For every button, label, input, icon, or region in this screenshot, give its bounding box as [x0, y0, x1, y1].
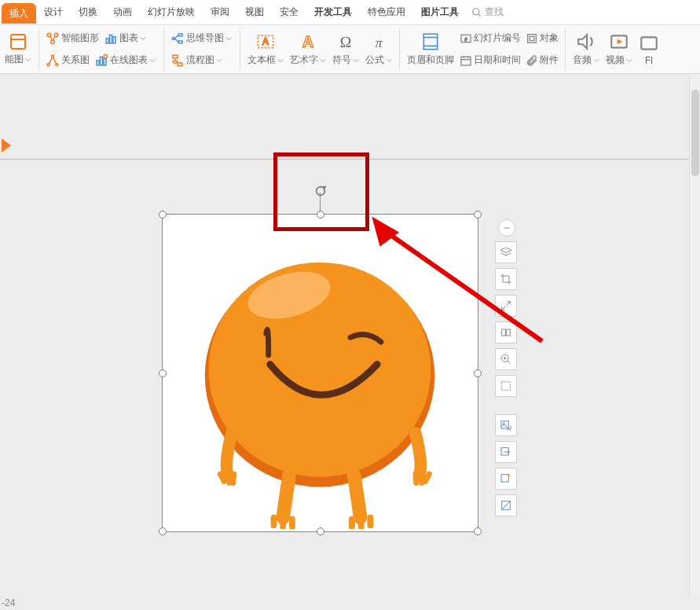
zoom-button[interactable]: [495, 348, 517, 370]
relation-chart-button[interactable]: 关系图: [43, 53, 92, 68]
crop-icon: [500, 273, 512, 285]
tab-special[interactable]: 特色应用: [360, 0, 413, 24]
attachment-button[interactable]: 附件: [523, 53, 561, 67]
wordart-button[interactable]: A 艺术字: [287, 27, 329, 72]
smart-shape-button[interactable]: 能图: [2, 27, 35, 72]
resize-handle-ne[interactable]: [474, 211, 482, 219]
wordart-icon: A: [298, 31, 318, 52]
tab-view[interactable]: 视图: [237, 0, 272, 24]
tab-label: 图片工具: [421, 6, 459, 19]
chevron-down-icon: [277, 57, 284, 64]
svg-rect-19: [104, 58, 106, 64]
tab-developer[interactable]: 开发工具: [306, 0, 360, 24]
equation-button[interactable]: π 公式: [362, 27, 395, 72]
tab-label: 特色应用: [368, 6, 405, 19]
svg-rect-58: [507, 329, 511, 336]
layers-button[interactable]: [495, 241, 517, 263]
date-time-button[interactable]: 日期和时间: [457, 53, 523, 67]
relation-chart-icon: [46, 53, 60, 68]
resize-handle-sw[interactable]: [159, 527, 167, 535]
tab-design[interactable]: 设计: [36, 0, 71, 24]
flowchart-icon: [170, 53, 185, 68]
svg-text:π: π: [376, 35, 383, 50]
flowchart-button[interactable]: 流程图: [168, 53, 226, 68]
svg-point-6: [51, 40, 55, 44]
svg-text:#: #: [465, 36, 467, 41]
scrollbar-thumb[interactable]: [691, 90, 699, 176]
resize-handle-e[interactable]: [474, 369, 482, 377]
tab-slideshow[interactable]: 幻灯片放映: [140, 0, 203, 24]
save-image-icon: [500, 419, 512, 432]
flash-button[interactable]: Fl: [636, 27, 659, 72]
smart-graphic-label: 智能图形: [61, 31, 99, 45]
date-time-icon: [460, 54, 472, 67]
resize-handle-se[interactable]: [474, 527, 482, 535]
resize-handle-n[interactable]: [317, 211, 324, 219]
resize-handle-s[interactable]: [317, 527, 324, 535]
resize-handle-w[interactable]: [159, 369, 167, 377]
textbox-icon: A: [255, 31, 276, 52]
svg-rect-63: [502, 382, 511, 391]
tab-transition[interactable]: 切换: [71, 0, 105, 24]
svg-text:A: A: [262, 36, 269, 47]
rotate-handle[interactable]: [314, 185, 327, 197]
mindmap-button[interactable]: 思维导图: [168, 31, 236, 46]
audio-button[interactable]: 音频: [570, 27, 603, 72]
symbol-icon: Ω: [335, 31, 356, 52]
svg-rect-66: [501, 448, 508, 455]
chevron-down-icon: [353, 57, 359, 64]
crop-button[interactable]: [495, 268, 517, 290]
chart-button[interactable]: 图表: [101, 31, 150, 46]
slide-canvas[interactable]: [0, 74, 700, 596]
object-button[interactable]: 对象: [523, 31, 561, 45]
sparkle-icon: [500, 472, 512, 485]
chevron-down-icon: [25, 57, 31, 63]
svg-rect-17: [97, 61, 99, 65]
align-button[interactable]: [495, 322, 517, 344]
svg-line-15: [49, 57, 53, 64]
tab-label: 开发工具: [314, 6, 352, 19]
rotate-icon: [314, 185, 327, 197]
separator: [399, 29, 400, 70]
slide-number-button[interactable]: # 幻灯片编号: [457, 31, 523, 45]
video-label: 视频: [606, 53, 625, 67]
selected-picture-object[interactable]: [162, 214, 478, 532]
export-image-button[interactable]: [495, 441, 517, 463]
select-similar-button[interactable]: [495, 375, 517, 397]
equation-icon: π: [368, 31, 389, 52]
svg-marker-47: [618, 39, 623, 45]
video-button[interactable]: 视频: [603, 27, 636, 72]
header-footer-button[interactable]: 页眉和页脚: [404, 27, 457, 72]
separator: [240, 29, 240, 70]
reset-size-button[interactable]: [495, 295, 517, 317]
smart-graphic-button[interactable]: 智能图形: [43, 31, 101, 46]
transparent-button[interactable]: [495, 494, 517, 516]
collapse-button[interactable]: [498, 219, 515, 237]
vertical-scrollbar[interactable]: [689, 74, 700, 596]
resize-handle-nw[interactable]: [159, 211, 167, 219]
tab-label: 幻灯片放映: [148, 6, 195, 19]
flash-label: Fl: [645, 55, 653, 66]
save-image-button[interactable]: [495, 414, 517, 436]
svg-line-69: [502, 502, 511, 510]
image-effects-button[interactable]: [495, 468, 517, 490]
svg-rect-11: [113, 36, 115, 42]
tab-picture-tools[interactable]: 图片工具: [413, 0, 467, 24]
slide-outline-arrow-icon: [2, 138, 11, 152]
mindmap-icon: [170, 31, 185, 46]
search-command[interactable]: 查找: [471, 0, 504, 24]
svg-point-50: [205, 265, 435, 487]
export-icon: [500, 446, 512, 458]
textbox-label: 文本框: [247, 53, 276, 67]
svg-line-55: [502, 307, 506, 311]
symbol-button[interactable]: Ω 符号: [329, 27, 362, 72]
chevron-down-icon: [149, 57, 156, 64]
ribbon-toolbar: 能图 智能图形 图表 关系图 在线图表: [0, 25, 700, 74]
tab-security[interactable]: 安全: [272, 0, 306, 24]
tab-review[interactable]: 审阅: [203, 0, 237, 24]
tab-animation[interactable]: 动画: [105, 0, 140, 24]
textbox-button[interactable]: A 文本框: [244, 27, 287, 72]
tab-insert[interactable]: 插入: [2, 3, 36, 24]
online-chart-button[interactable]: 在线图表: [92, 53, 159, 68]
online-chart-icon: [94, 53, 108, 68]
